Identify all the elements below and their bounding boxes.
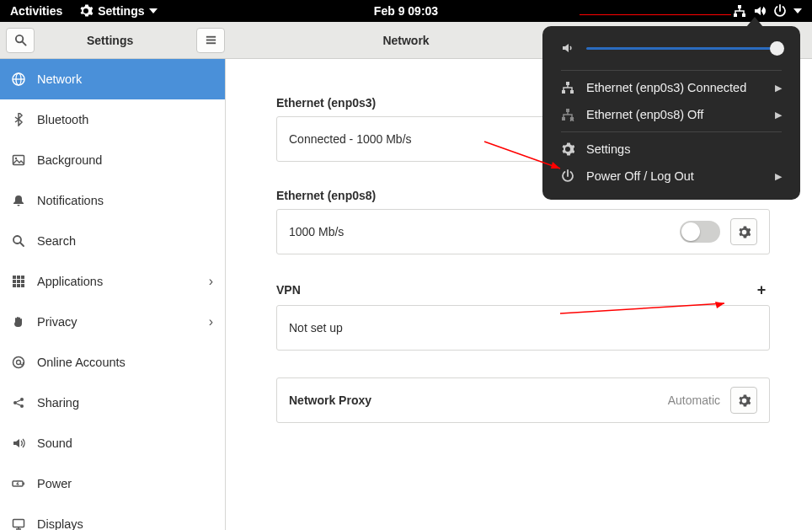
svg-rect-7: [206, 42, 215, 44]
menu-item-label: Settings: [586, 142, 630, 156]
svg-point-12: [15, 158, 17, 159]
menu-item-power[interactable]: Power Off / Log Out ▶: [542, 163, 800, 190]
svg-rect-5: [206, 36, 215, 38]
svg-line-4: [22, 41, 25, 45]
svg-rect-22: [17, 284, 20, 287]
svg-line-29: [17, 400, 21, 402]
app-menu-label: Settings: [98, 4, 144, 18]
sidebar-item-label: Sound: [37, 436, 72, 450]
gear-icon: [738, 394, 751, 407]
menu-separator: [561, 70, 782, 71]
background-icon: [12, 153, 25, 167]
sidebar-item-online-accounts[interactable]: Online Accounts: [0, 342, 225, 383]
sidebar-item-search[interactable]: Search: [0, 221, 225, 261]
gear-icon: [561, 142, 574, 156]
proxy-settings-button[interactable]: [730, 387, 757, 414]
vpn-add-button[interactable]: +: [753, 281, 770, 298]
ethernet2-status: 1000 Mb/s: [289, 225, 680, 238]
svg-rect-17: [21, 276, 24, 279]
clock[interactable]: Feb 9 09:03: [374, 4, 438, 18]
search-icon: [12, 234, 25, 248]
menu-item-label: Power Off / Log Out: [586, 169, 694, 183]
popover-arrow: [746, 17, 763, 27]
grid-icon: [12, 275, 25, 288]
sidebar-item-label: Displays: [37, 517, 83, 530]
status-area[interactable]: [733, 4, 812, 18]
svg-rect-40: [562, 117, 565, 120]
chevron-down-icon: [149, 8, 158, 13]
svg-rect-38: [570, 90, 574, 94]
sidebar-item-label: Online Accounts: [37, 356, 126, 369]
menu-item-label: Ethernet (enp0s3) Connected: [586, 81, 746, 94]
gear-icon: [79, 4, 93, 18]
sidebar-item-notifications[interactable]: Notifications: [0, 180, 225, 221]
svg-rect-2: [742, 13, 745, 17]
battery-icon: [12, 477, 25, 490]
hamburger-icon: [205, 34, 217, 46]
system-menu: Ethernet (enp0s3) Connected ▶ Ethernet (…: [542, 26, 800, 200]
svg-rect-15: [13, 276, 16, 279]
sidebar-item-bluetooth[interactable]: Bluetooth: [0, 99, 225, 140]
network-wired-off-icon: [561, 108, 574, 121]
header-title-network: Network: [382, 34, 429, 47]
bluetooth-icon: [12, 113, 25, 126]
sidebar-item-privacy[interactable]: Privacy ›: [0, 302, 225, 342]
svg-rect-36: [566, 82, 569, 85]
menu-item-ethernet1[interactable]: Ethernet (enp0s3) Connected ▶: [542, 74, 800, 101]
header-title-settings: Settings: [87, 34, 133, 47]
sidebar-item-label: Notifications: [37, 194, 104, 207]
svg-rect-6: [206, 40, 215, 41]
hand-icon: [12, 315, 25, 329]
ethernet2-settings-button[interactable]: [730, 218, 757, 245]
sidebar-item-label: Search: [37, 234, 76, 248]
sidebar-item-label: Power: [37, 477, 72, 490]
sidebar-item-label: Network: [37, 72, 82, 86]
settings-sidebar: Network Bluetooth Background Notificatio…: [0, 59, 226, 530]
sidebar-item-sound[interactable]: Sound: [0, 423, 225, 463]
sidebar-item-label: Background: [37, 153, 102, 167]
svg-point-24: [13, 357, 24, 368]
svg-rect-20: [21, 280, 24, 283]
sidebar-item-displays[interactable]: Displays: [0, 504, 225, 530]
vpn-status: Not set up: [289, 321, 757, 335]
volume-icon: [561, 41, 574, 55]
sidebar-item-label: Privacy: [37, 315, 77, 329]
bell-icon: [12, 194, 25, 207]
svg-rect-0: [738, 5, 741, 8]
network-wired-icon: [561, 81, 574, 94]
volume-slider[interactable]: [586, 47, 782, 50]
activities-button[interactable]: Activities: [10, 4, 62, 18]
svg-point-25: [17, 361, 21, 365]
display-icon: [12, 517, 25, 530]
search-icon: [14, 34, 27, 46]
app-menu[interactable]: Settings: [79, 4, 158, 18]
search-button[interactable]: [6, 28, 35, 53]
ethernet2-row[interactable]: 1000 Mb/s: [277, 210, 769, 254]
menu-item-label: Ethernet (enp0s8) Off: [586, 108, 703, 121]
sidebar-item-sharing[interactable]: Sharing: [0, 383, 225, 423]
volume-knob[interactable]: [770, 41, 784, 56]
svg-rect-32: [24, 483, 25, 485]
menu-button[interactable]: [196, 28, 225, 53]
svg-rect-19: [17, 280, 20, 283]
ethernet2-toggle[interactable]: [680, 221, 720, 243]
power-icon: [561, 169, 574, 183]
network-wired-icon: [733, 4, 746, 18]
sidebar-item-power[interactable]: Power: [0, 463, 225, 504]
svg-rect-16: [17, 276, 20, 279]
proxy-label: Network Proxy: [289, 393, 668, 407]
svg-line-30: [17, 404, 21, 405]
svg-rect-18: [13, 280, 16, 283]
svg-rect-23: [21, 284, 24, 287]
sidebar-item-network[interactable]: Network: [0, 59, 225, 99]
sidebar-item-applications[interactable]: Applications ›: [0, 261, 225, 302]
svg-rect-1: [734, 13, 737, 17]
proxy-value: Automatic: [668, 393, 720, 407]
chevron-down-icon: [793, 8, 802, 13]
menu-item-settings[interactable]: Settings: [542, 136, 800, 163]
menu-item-ethernet2[interactable]: Ethernet (enp0s8) Off ▶: [542, 101, 800, 128]
svg-rect-33: [13, 520, 24, 527]
volume-slider-row: [542, 41, 800, 67]
proxy-row[interactable]: Network Proxy Automatic: [277, 378, 769, 422]
sidebar-item-background[interactable]: Background: [0, 140, 225, 180]
